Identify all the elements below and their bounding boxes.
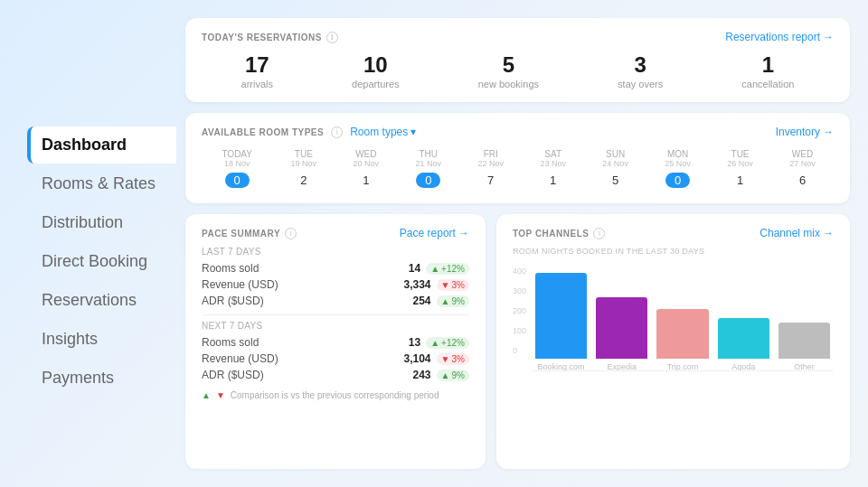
col-value: 1	[522, 170, 584, 191]
channels-card: TOP CHANNELS i Channel mix → ROOM NIGHTS…	[496, 214, 850, 469]
pace-title: PACE SUMMARY	[202, 229, 280, 239]
reservations-title: TODAY'S RESERVATIONS i	[202, 32, 338, 43]
bar-name: Agoda	[731, 362, 755, 371]
reservations-card-header: TODAY'S RESERVATIONS i Reservations repo…	[202, 31, 834, 43]
channel-mix-link[interactable]: Channel mix →	[760, 227, 834, 239]
col-header: WED20 Nov	[335, 147, 397, 170]
col-value: 5	[584, 170, 646, 191]
sidebar-item-rooms-rates[interactable]: Rooms & Rates	[27, 165, 176, 202]
col-value: 6	[771, 170, 834, 191]
sidebar-item-payments[interactable]: Payments	[27, 360, 176, 397]
col-value: 1	[709, 170, 771, 191]
badge-down: ▼ 3%	[437, 279, 469, 291]
main-content: TODAY'S RESERVATIONS i Reservations repo…	[176, 0, 868, 487]
sidebar-item-direct-booking[interactable]: Direct Booking	[27, 243, 176, 280]
pace-row: ADR ($USD) 254 ▲ 9%	[202, 293, 469, 309]
next7-label: NEXT 7 DAYS	[202, 321, 469, 331]
pace-row: Rooms sold 13 ▲ +12%	[202, 334, 469, 351]
stat-stay-overs: 3 stay overs	[618, 54, 663, 89]
info-icon: i	[593, 228, 605, 239]
sidebar-item-label: Direct Booking	[42, 252, 147, 270]
col-header: THU21 Nov	[397, 147, 459, 170]
badge-up: ▲ 9%	[437, 370, 469, 381]
divider	[202, 314, 469, 315]
comparison-note: ▲ ▼ Comparison is vs the previous corres…	[202, 390, 469, 400]
stat-new-bookings: 5 new bookings	[478, 54, 539, 89]
bar	[718, 318, 769, 359]
bar-name: Booking.com	[538, 362, 585, 371]
pace-header: PACE SUMMARY i Pace report →	[202, 227, 469, 239]
sidebar-item-distribution[interactable]: Distribution	[27, 204, 176, 241]
col-header: MON25 Nov	[646, 147, 709, 170]
pace-report-link[interactable]: Pace report →	[400, 227, 469, 239]
pace-row: Rooms sold 14 ▲ +12%	[202, 260, 469, 276]
bar-col: Agoda	[718, 318, 769, 371]
channels-header: TOP CHANNELS i Channel mix →	[513, 227, 834, 239]
stats-row: 17 arrivals 10 departures 5 new bookings…	[202, 54, 834, 89]
bar-col: Trip.com	[656, 309, 708, 371]
col-header: TUE26 Nov	[709, 147, 771, 170]
y-axis: 400 300 200 100 0	[513, 263, 526, 371]
chart-label: ROOM NIGHTS BOOKED IN THE LAST 30 DAYS	[513, 247, 834, 256]
col-value: 1	[335, 170, 397, 191]
room-types-dropdown[interactable]: Room types ▾	[350, 126, 416, 138]
bar	[535, 273, 587, 359]
info-icon: i	[331, 126, 343, 138]
room-types-header: AVAILABLE ROOM TYPES i Room types ▾ Inve…	[202, 126, 834, 138]
table-value-row: 0210715016	[202, 170, 834, 191]
stat-departures: 10 departures	[352, 54, 400, 89]
col-header: SAT23 Nov	[522, 147, 584, 170]
sidebar-item-insights[interactable]: Insights	[27, 321, 176, 358]
info-icon: i	[285, 228, 297, 239]
bar-name: Other	[794, 362, 815, 371]
bar-col: Booking.com	[535, 273, 587, 371]
badge-up: ▲ 9%	[437, 295, 469, 307]
pace-row: Revenue (USD) 3,334 ▼ 3%	[202, 276, 469, 293]
col-header: SUN24 Nov	[584, 147, 646, 170]
sidebar: Dashboard Rooms & Rates Distribution Dir…	[0, 0, 176, 487]
badge-up: ▲ +12%	[426, 337, 469, 349]
sidebar-item-label: Rooms & Rates	[42, 174, 156, 192]
bar	[656, 309, 708, 359]
room-types-card: AVAILABLE ROOM TYPES i Room types ▾ Inve…	[185, 113, 850, 203]
bar-name: Trip.com	[667, 362, 699, 371]
room-types-header-left: AVAILABLE ROOM TYPES i Room types ▾	[202, 126, 416, 138]
badge-up: ▲ +12%	[426, 263, 469, 275]
reservations-card: TODAY'S RESERVATIONS i Reservations repo…	[185, 18, 850, 102]
sidebar-item-label: Distribution	[42, 213, 123, 231]
inventory-link[interactable]: Inventory →	[776, 126, 834, 138]
sidebar-item-label: Dashboard	[42, 136, 127, 154]
info-icon: i	[326, 32, 338, 43]
sidebar-item-label: Payments	[42, 369, 114, 387]
channels-title: TOP CHANNELS	[513, 229, 590, 239]
bar-col: Other	[778, 323, 830, 371]
room-types-title: AVAILABLE ROOM TYPES	[202, 127, 324, 137]
pace-row: Revenue (USD) 3,104 ▼ 3%	[202, 351, 469, 367]
col-value: 0	[646, 170, 709, 191]
sidebar-item-label: Insights	[42, 330, 98, 348]
sidebar-item-dashboard[interactable]: Dashboard	[27, 126, 176, 164]
col-header: TUE19 Nov	[272, 147, 335, 170]
col-value: 7	[459, 170, 522, 191]
stat-cancellation: 1 cancellation	[741, 54, 794, 89]
pace-row: ADR ($USD) 243 ▲ 9%	[202, 367, 469, 383]
chart-container: 400 300 200 100 0 Booking.comExpediaTrip…	[513, 263, 834, 371]
room-types-table: TODAY18 NovTUE19 NovWED20 NovTHU21 NovFR…	[202, 147, 834, 191]
badge-down: ▼ 3%	[437, 353, 469, 365]
col-header: TODAY18 Nov	[202, 147, 272, 170]
stat-arrivals: 17 arrivals	[241, 54, 273, 89]
bar	[596, 297, 647, 359]
col-value: 0	[397, 170, 459, 191]
pace-card: PACE SUMMARY i Pace report → LAST 7 DAYS…	[185, 214, 486, 469]
bar-col: Expedia	[596, 297, 647, 371]
reservations-report-link[interactable]: Reservations report →	[725, 31, 834, 43]
sidebar-item-label: Reservations	[42, 291, 137, 309]
col-value: 0	[202, 170, 272, 191]
col-value: 2	[272, 170, 335, 191]
col-header: FRI22 Nov	[459, 147, 522, 170]
table-header-row: TODAY18 NovTUE19 NovWED20 NovTHU21 NovFR…	[202, 147, 834, 170]
sidebar-item-reservations[interactable]: Reservations	[27, 282, 176, 319]
bar-chart: Booking.comExpediaTrip.comAgodaOther	[532, 263, 834, 371]
col-header: WED27 Nov	[771, 147, 834, 170]
bar-name: Expedia	[608, 362, 637, 371]
